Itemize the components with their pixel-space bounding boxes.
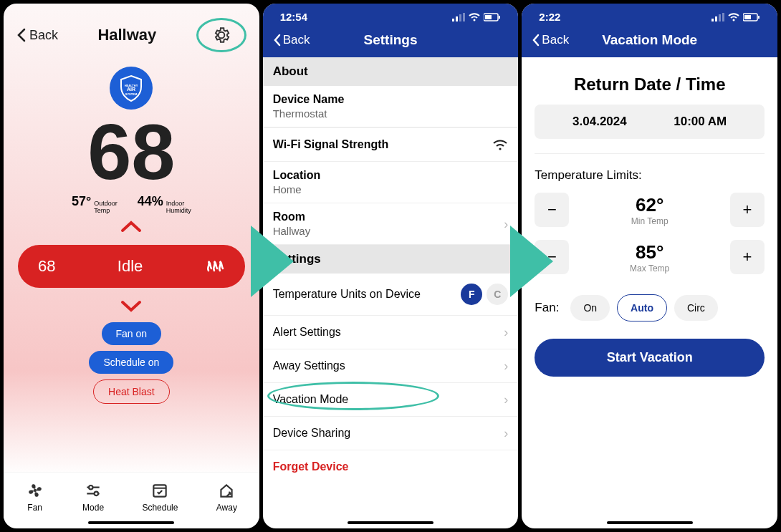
return-datetime-picker[interactable]: 3.04.2024 10:00 AM	[535, 105, 765, 139]
min-temp-label: Min Temp	[631, 216, 669, 226]
settings-header: Settings	[263, 245, 519, 274]
current-temp: 68	[4, 112, 259, 191]
chevron-right-icon: ›	[504, 392, 508, 407]
nav-mode[interactable]: Mode	[82, 481, 104, 513]
return-time: 10:00 AM	[674, 115, 727, 129]
back-label: Back	[29, 28, 58, 43]
cellular-icon	[452, 13, 465, 21]
svg-point-3	[34, 489, 37, 492]
max-temp-row: − 85° Max Temp +	[535, 240, 765, 274]
phone-hallway: Back Hallway HEALTHY AIR SYSTEM 68 57° O…	[4, 4, 259, 528]
chevron-left-icon	[16, 28, 27, 42]
unit-c-button[interactable]: C	[487, 284, 508, 305]
device-sharing-row[interactable]: Device Sharing ›	[263, 417, 519, 450]
wifi-icon	[728, 13, 739, 21]
chevron-right-icon: ›	[504, 359, 508, 374]
status-time: 2:22	[539, 11, 560, 23]
location-row: Location Home	[263, 162, 519, 203]
status-time: 12:54	[280, 11, 307, 23]
outdoor-temp: 57°	[72, 194, 91, 209]
chevron-left-icon	[273, 34, 282, 47]
home-indicator[interactable]	[607, 521, 693, 524]
temp-up-button[interactable]	[4, 215, 259, 238]
divider	[535, 153, 765, 154]
fan-on-option[interactable]: On	[570, 295, 610, 321]
fan-icon	[26, 481, 44, 500]
away-icon	[217, 481, 236, 500]
indoor-humidity: 44%	[138, 194, 163, 209]
flow-arrow-1	[251, 226, 294, 297]
return-heading: Return Date / Time	[535, 74, 765, 95]
temp-limits-label: Temperature Limits:	[535, 168, 765, 183]
setpoint-temp: 68	[38, 257, 55, 276]
system-status: Idle	[118, 257, 143, 276]
air-system-badge[interactable]: HEALTHY AIR SYSTEM	[110, 67, 153, 110]
start-vacation-button[interactable]: Start Vacation	[535, 339, 765, 377]
nav-schedule[interactable]: Schedule	[142, 481, 178, 513]
svg-point-11	[474, 19, 476, 21]
back-button[interactable]: Back	[532, 33, 569, 47]
room-row[interactable]: Room Hallway ›	[263, 203, 519, 245]
fan-on-pill[interactable]: Fan on	[102, 322, 162, 345]
svg-rect-8	[456, 16, 458, 21]
wifi-icon	[469, 13, 480, 21]
forget-device-button[interactable]: Forget Device	[263, 450, 519, 483]
temp-down-button[interactable]	[4, 295, 259, 318]
bottom-nav: Fan Mode Schedule Away	[4, 472, 259, 518]
away-settings-row[interactable]: Away Settings ›	[263, 349, 519, 383]
indoor-humidity-label: Indoor Humidity	[166, 200, 191, 215]
device-name-row: Device Name Thermostat	[263, 86, 519, 127]
cellular-icon	[711, 13, 724, 21]
fan-label: Fan:	[535, 301, 559, 315]
svg-rect-7	[452, 19, 454, 21]
fan-auto-option[interactable]: Auto	[617, 294, 667, 321]
chevron-right-icon: ›	[504, 325, 508, 340]
chevron-up-icon	[120, 220, 142, 233]
max-temp-plus[interactable]: +	[730, 240, 765, 274]
heat-icon	[205, 256, 225, 276]
svg-point-15	[499, 147, 502, 150]
home-indicator[interactable]	[88, 521, 174, 524]
svg-point-5	[95, 492, 98, 495]
svg-text:SYSTEM: SYSTEM	[125, 92, 138, 96]
svg-rect-18	[719, 14, 721, 21]
chevron-right-icon: ›	[504, 216, 508, 231]
status-bar: 12:54	[263, 4, 519, 27]
heat-blast-pill[interactable]: Heat Blast	[93, 379, 170, 404]
home-indicator[interactable]	[348, 521, 433, 524]
back-button[interactable]: Back	[16, 28, 58, 43]
flow-arrow-2	[510, 226, 553, 297]
battery-icon	[743, 13, 760, 21]
battery-icon	[484, 13, 501, 21]
svg-text:AIR: AIR	[127, 87, 135, 92]
svg-rect-14	[499, 16, 500, 19]
gear-icon[interactable]	[212, 26, 231, 44]
nav-away[interactable]: Away	[216, 481, 237, 513]
chevron-right-icon: ›	[504, 426, 508, 441]
status-bar-pill[interactable]: 68 Idle	[18, 245, 245, 288]
max-temp-label: Max Temp	[630, 263, 669, 274]
min-temp-plus[interactable]: +	[730, 193, 765, 227]
settings-highlight	[196, 18, 246, 52]
about-header: About	[263, 57, 519, 86]
phone-settings: 12:54 Back Settings About Device Name Th…	[263, 4, 519, 528]
chevron-left-icon	[532, 34, 540, 47]
min-temp-minus[interactable]: −	[535, 193, 569, 227]
schedule-on-pill[interactable]: Schedule on	[89, 351, 173, 374]
outdoor-temp-label: Outdoor Temp	[94, 200, 118, 215]
status-bar: 2:22	[522, 4, 777, 27]
nav-bar: Back Settings	[263, 27, 519, 57]
nav-fan[interactable]: Fan	[26, 481, 44, 513]
svg-rect-13	[485, 15, 492, 19]
vacation-mode-row[interactable]: Vacation Mode ›	[263, 383, 519, 417]
svg-rect-16	[711, 19, 714, 21]
min-temp-row: − 62° Min Temp +	[535, 193, 765, 227]
fan-circ-option[interactable]: Circ	[674, 295, 718, 321]
stats-row: 57° Outdoor Temp 44% Indoor Humidity	[4, 194, 259, 215]
back-button[interactable]: Back	[273, 33, 310, 47]
sliders-icon	[84, 481, 102, 500]
page-title: Settings	[364, 32, 418, 48]
unit-f-button[interactable]: F	[461, 284, 482, 305]
alert-settings-row[interactable]: Alert Settings ›	[263, 316, 519, 349]
svg-point-20	[733, 19, 735, 21]
